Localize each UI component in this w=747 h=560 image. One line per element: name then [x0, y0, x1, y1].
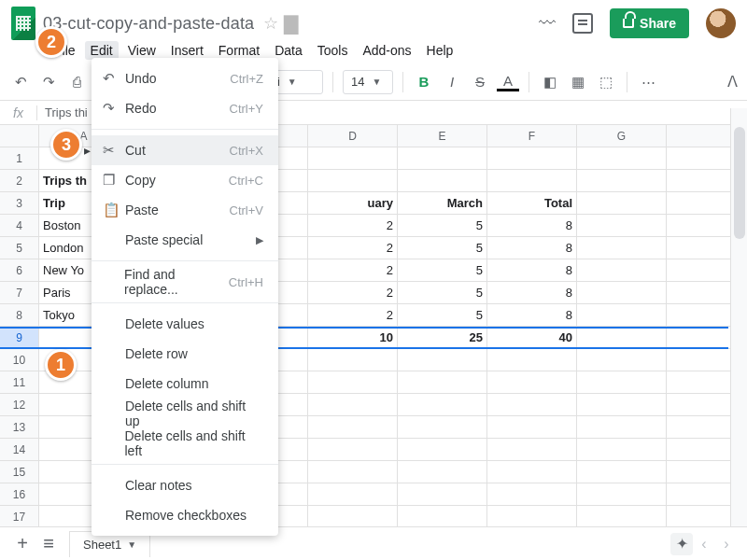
- row-header[interactable]: 8: [0, 304, 39, 326]
- trend-icon[interactable]: 〰: [539, 14, 556, 34]
- cut-icon: ✂: [103, 142, 125, 159]
- cell[interactable]: 5: [398, 259, 487, 281]
- cell[interactable]: 2: [308, 282, 398, 303]
- row-header[interactable]: 16: [0, 483, 39, 505]
- menu-paste[interactable]: 📋PasteCtrl+V: [92, 195, 278, 225]
- cell[interactable]: 8: [487, 304, 577, 326]
- font-size-select[interactable]: 14▼: [343, 70, 393, 94]
- callout-badge-1: 1: [45, 349, 77, 381]
- redo-icon[interactable]: ↷: [37, 71, 60, 93]
- scroll-left-icon[interactable]: ‹: [693, 536, 715, 553]
- collapse-toolbar-icon[interactable]: ᐱ: [727, 73, 738, 91]
- bold-button[interactable]: B: [413, 71, 435, 93]
- row-header[interactable]: 13: [0, 416, 39, 438]
- menu-edit[interactable]: Edit: [85, 41, 119, 60]
- cell[interactable]: 2: [308, 304, 398, 326]
- menu-addons[interactable]: Add-ons: [362, 43, 411, 58]
- menu-redo[interactable]: ↷RedoCtrl+Y: [92, 93, 278, 123]
- comments-icon[interactable]: [572, 13, 593, 34]
- cell[interactable]: 25: [398, 327, 487, 348]
- menu-delete-shift-left[interactable]: Delete cells and shift left: [92, 428, 278, 458]
- row-header[interactable]: 1: [0, 147, 39, 169]
- cell[interactable]: 5: [398, 215, 487, 236]
- row-header[interactable]: 9: [0, 327, 39, 348]
- sheet-menu-arrow-icon[interactable]: ▼: [127, 539, 136, 550]
- cell[interactable]: 40: [487, 327, 577, 348]
- text-color-button[interactable]: A: [497, 73, 519, 91]
- menu-delete-row[interactable]: Delete row: [92, 339, 278, 369]
- row-header[interactable]: 17: [0, 506, 39, 526]
- cell[interactable]: uary: [308, 192, 398, 214]
- cell[interactable]: 5: [398, 304, 487, 326]
- select-all-corner[interactable]: [0, 125, 39, 147]
- menu-delete-column[interactable]: Delete column: [92, 369, 278, 399]
- avatar[interactable]: [706, 8, 736, 38]
- add-sheet-button[interactable]: +: [9, 533, 35, 554]
- explore-button[interactable]: ✦: [670, 533, 693, 555]
- italic-button[interactable]: I: [441, 71, 463, 93]
- row-header[interactable]: 15: [0, 461, 39, 483]
- row-header[interactable]: 4: [0, 215, 39, 236]
- fill-color-button[interactable]: ◧: [539, 71, 561, 93]
- pointer-arrow-icon: ▸: [84, 143, 91, 158]
- row-header[interactable]: 6: [0, 259, 39, 281]
- menu-clear-notes[interactable]: Clear notes: [92, 470, 278, 500]
- menu-cut[interactable]: ▸✂CutCtrl+X: [92, 135, 278, 165]
- row-header[interactable]: 14: [0, 439, 39, 460]
- menu-view[interactable]: View: [128, 43, 156, 58]
- col-header[interactable]: D: [308, 125, 398, 147]
- row-header[interactable]: 3: [0, 192, 39, 214]
- col-header[interactable]: F: [487, 125, 577, 147]
- menu-delete-values[interactable]: Delete values: [92, 309, 278, 339]
- fx-label: fx: [0, 105, 37, 120]
- cell[interactable]: 2: [308, 237, 398, 259]
- menu-remove-checkboxes[interactable]: Remove checkboxes: [92, 500, 278, 530]
- row-header[interactable]: 7: [0, 282, 39, 303]
- formula-value[interactable]: Trips thi: [37, 105, 88, 119]
- row-header[interactable]: 12: [0, 394, 39, 415]
- cell[interactable]: 8: [487, 237, 577, 259]
- row-header[interactable]: 2: [0, 170, 39, 191]
- cell[interactable]: 2: [308, 259, 398, 281]
- menu-paste-special[interactable]: Paste special▶: [92, 225, 278, 255]
- menu-insert[interactable]: Insert: [171, 43, 204, 58]
- title-bar: 03-cut-copy-and-paste-data ☆ ▇ 〰 Share: [0, 0, 747, 41]
- star-icon[interactable]: ☆: [263, 13, 278, 34]
- cell[interactable]: 8: [487, 215, 577, 236]
- cell[interactable]: March: [398, 192, 487, 214]
- document-title[interactable]: 03-cut-copy-and-paste-data: [43, 14, 254, 34]
- vertical-scrollbar[interactable]: [730, 108, 747, 526]
- row-header[interactable]: 11: [0, 371, 39, 393]
- col-header[interactable]: G: [577, 125, 667, 147]
- menu-copy[interactable]: ❐CopyCtrl+C: [92, 165, 278, 195]
- menu-tools[interactable]: Tools: [317, 43, 348, 58]
- menu-find-replace[interactable]: Find and replace...Ctrl+H: [92, 267, 278, 297]
- menu-undo[interactable]: ↶UndoCtrl+Z: [92, 63, 278, 93]
- menu-data[interactable]: Data: [275, 43, 303, 58]
- cell[interactable]: 5: [398, 282, 487, 303]
- folder-icon[interactable]: ▇: [284, 12, 298, 35]
- cell[interactable]: 10: [308, 327, 398, 348]
- menu-help[interactable]: Help: [427, 43, 454, 58]
- all-sheets-button[interactable]: ≡: [35, 533, 62, 554]
- callout-badge-3: 3: [50, 129, 82, 161]
- row-header[interactable]: 5: [0, 237, 39, 259]
- merge-button[interactable]: ⬚: [595, 71, 617, 93]
- cell[interactable]: 5: [398, 237, 487, 259]
- cell[interactable]: 8: [487, 282, 577, 303]
- cell[interactable]: 8: [487, 259, 577, 281]
- print-icon[interactable]: ⎙: [65, 71, 88, 93]
- scroll-right-icon[interactable]: ›: [715, 536, 738, 553]
- cell[interactable]: Total: [487, 192, 577, 214]
- undo-icon[interactable]: ↶: [9, 71, 32, 93]
- col-header[interactable]: E: [398, 125, 487, 147]
- strike-button[interactable]: S: [469, 71, 491, 93]
- share-button[interactable]: Share: [610, 8, 689, 38]
- borders-button[interactable]: ▦: [567, 71, 589, 93]
- undo-icon: ↶: [103, 70, 125, 87]
- cell[interactable]: 2: [308, 215, 398, 236]
- more-button[interactable]: ⋯: [637, 71, 659, 93]
- menu-format[interactable]: Format: [218, 43, 260, 58]
- menu-delete-shift-up[interactable]: Delete cells and shift up: [92, 399, 278, 428]
- row-header[interactable]: 10: [0, 349, 39, 371]
